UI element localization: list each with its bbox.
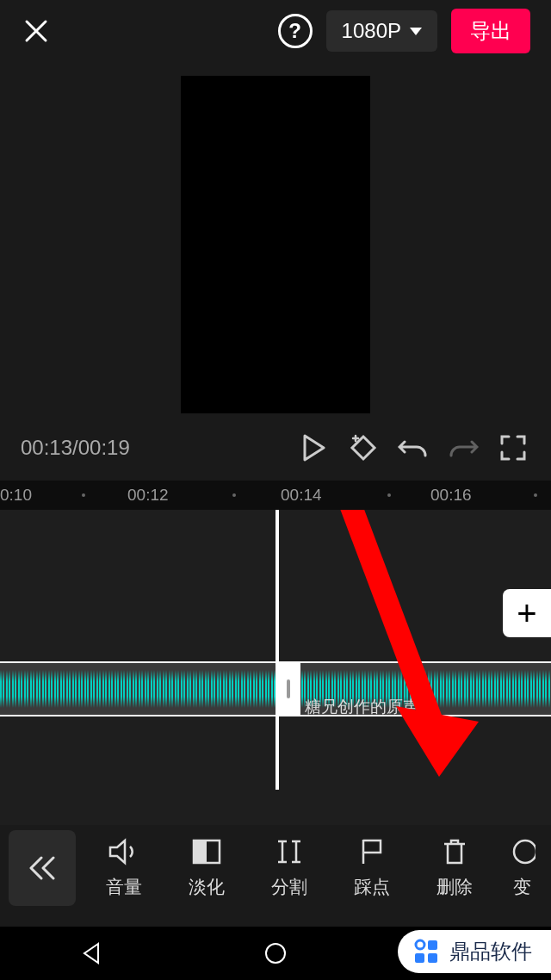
flag-icon bbox=[360, 837, 384, 866]
playhead[interactable] bbox=[276, 510, 279, 790]
svg-point-3 bbox=[266, 944, 285, 963]
undo-icon bbox=[398, 435, 429, 461]
help-icon: ? bbox=[288, 19, 301, 43]
plus-icon: + bbox=[517, 594, 536, 633]
nav-back[interactable] bbox=[58, 942, 127, 964]
collapse-button[interactable] bbox=[9, 830, 76, 906]
close-button[interactable] bbox=[21, 16, 52, 47]
close-icon bbox=[23, 18, 49, 44]
fade-icon bbox=[192, 837, 221, 866]
ruler-dot bbox=[232, 493, 236, 497]
undo-button[interactable] bbox=[396, 431, 430, 465]
split-icon bbox=[276, 837, 303, 866]
clip-handle[interactable] bbox=[276, 661, 300, 716]
volume-icon bbox=[108, 837, 140, 866]
time-display: 00:13/00:19 bbox=[21, 436, 130, 460]
video-preview[interactable] bbox=[181, 76, 370, 413]
resolution-dropdown[interactable]: 1080P bbox=[326, 10, 437, 52]
nav-home[interactable] bbox=[241, 941, 310, 965]
nav-home-icon bbox=[263, 941, 288, 965]
top-right-controls: ? 1080P 导出 bbox=[278, 9, 530, 53]
ruler-dot bbox=[387, 493, 391, 497]
ruler-mark: 00:16 bbox=[430, 486, 472, 505]
redo-button[interactable] bbox=[446, 431, 480, 465]
svg-rect-7 bbox=[415, 953, 424, 963]
circle-icon bbox=[508, 837, 536, 866]
tool-fade[interactable]: 淡化 bbox=[174, 837, 239, 899]
resolution-value: 1080P bbox=[342, 19, 401, 43]
ruler-mark: 00:12 bbox=[127, 486, 169, 505]
svg-rect-6 bbox=[428, 940, 437, 950]
tool-volume[interactable]: 音量 bbox=[91, 837, 157, 899]
brand-logo-icon bbox=[412, 937, 441, 966]
timeline-ruler[interactable]: 0:10 00:12 00:14 00:16 bbox=[0, 481, 551, 510]
tool-beat[interactable]: 踩点 bbox=[339, 837, 405, 899]
brand-name: 鼎品软件 bbox=[449, 938, 532, 965]
svg-point-2 bbox=[514, 840, 536, 863]
top-bar: ? 1080P 导出 bbox=[0, 0, 551, 62]
nav-back-icon bbox=[81, 942, 103, 964]
keyframe-add-icon bbox=[347, 431, 380, 464]
svg-rect-1 bbox=[194, 840, 207, 863]
ruler-dot bbox=[82, 493, 85, 497]
brand-badge: 鼎品软件 bbox=[398, 930, 551, 973]
playback-bar: 00:13/00:19 bbox=[0, 424, 551, 472]
ruler-dot bbox=[534, 493, 537, 497]
tool-delete[interactable]: 删除 bbox=[422, 837, 487, 899]
fullscreen-icon bbox=[499, 434, 527, 462]
fullscreen-button[interactable] bbox=[496, 431, 530, 465]
ruler-mark: 00:14 bbox=[281, 486, 322, 505]
svg-point-5 bbox=[416, 940, 424, 949]
bottom-toolbar: 音量 淡化 分割 踩点 删除 bbox=[0, 825, 551, 911]
export-button[interactable]: 导出 bbox=[451, 9, 530, 53]
tool-split[interactable]: 分割 bbox=[257, 837, 322, 899]
clip-label: 糖兄创作的原声 bbox=[305, 696, 419, 718]
play-icon bbox=[301, 434, 325, 462]
annotation-arrow bbox=[325, 510, 480, 794]
play-button[interactable] bbox=[296, 431, 331, 465]
svg-rect-8 bbox=[428, 953, 437, 963]
keyframe-button[interactable] bbox=[346, 431, 381, 465]
tool-change[interactable]: 变 bbox=[505, 837, 539, 899]
chevron-double-left-icon bbox=[28, 855, 57, 881]
redo-icon bbox=[448, 435, 479, 461]
preview-area bbox=[0, 62, 551, 424]
ruler-mark: 0:10 bbox=[0, 486, 32, 505]
trash-icon bbox=[442, 837, 467, 866]
timeline[interactable]: 糖兄创作的原声 + bbox=[0, 510, 551, 828]
add-clip-button[interactable]: + bbox=[503, 589, 551, 637]
chevron-down-icon bbox=[410, 28, 422, 35]
help-button[interactable]: ? bbox=[278, 14, 313, 48]
